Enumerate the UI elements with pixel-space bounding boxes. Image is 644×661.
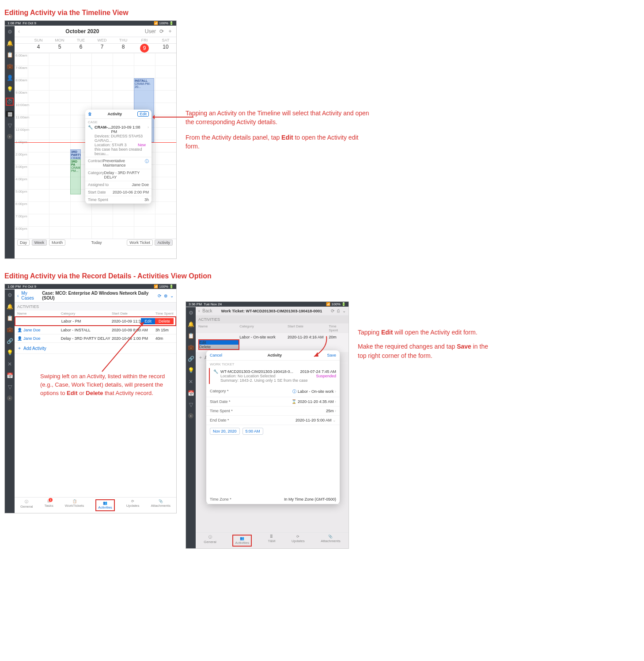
back-chevron-icon[interactable]: ‹ [198,308,200,313]
activity-row[interactable]: 👤Jane Doe Delay - 3RD PARTY DELAY 2020-1… [15,334,176,343]
filter-icon[interactable]: ▽ [7,122,13,129]
left-rail: ⚙ 🔔 📋 💼 👤 💡 ⏱ ▦ ▽ › [5,26,15,258]
activity-row-swiped[interactable]: Labor - PM 2020-10-09 11:30 AM 20m Edit … [15,316,176,326]
back-link[interactable]: My Cases [21,291,39,300]
case-row[interactable]: 🔧 CRAM-...2020-10-09 1:08 PM Devices: DU… [85,124,152,157]
day-9-selected[interactable]: 9 [140,44,149,53]
bulb-icon[interactable]: 💡 [7,86,13,92]
gear-icon[interactable]: ⚙ [7,292,13,298]
timeline-header: ‹ October 2020 User ⟳ ＋ [15,26,176,37]
form-row-startdate[interactable]: Start Date *⌛ 2020-11-20 4:35 AM › [206,397,340,406]
tab-activities[interactable]: 👥Activities [95,499,115,511]
svg-line-0 [102,322,144,372]
info-icon: ⓘ [25,499,28,504]
chip-time[interactable]: 5:00 AM [242,428,263,435]
form-row-timespent[interactable]: Time Spent *25m › [206,406,340,416]
tab-general[interactable]: ⓘGeneral [20,499,33,511]
left-rail: ⚙ 🔔 📋 💼 🔗 💡 ✕ 📅 ▽ › [186,307,196,548]
form-row-enddate[interactable]: End Date *2020-11-20 5:00 AM ⌄ [206,416,340,425]
tab-attachments[interactable]: 📎Attachments [321,535,340,547]
refresh-icon[interactable]: ⟳ [158,293,161,298]
tab-activities[interactable]: 👥Activities [232,535,252,547]
day-4[interactable]: 4 [28,44,49,53]
chevron-right-icon[interactable]: › [7,134,12,139]
form-row-timezone[interactable]: Time Zone *In My Time Zone (GMT-0500) [206,495,340,504]
grid-icon[interactable]: ▦ [6,111,14,117]
calendar-icon[interactable]: 📅 [7,372,13,379]
clipboard-icon[interactable]: 📋 [7,315,13,321]
info-icon[interactable]: ⓘ [145,159,149,167]
filter-icon[interactable]: ▽ [7,384,13,390]
calendar-icon[interactable]: 📅 [188,390,194,396]
tab-attachments[interactable]: 📎Attachments [151,499,170,511]
user-label: User [145,28,156,34]
back-chevron-icon[interactable]: ‹ [17,293,19,298]
view-week[interactable]: Week [32,239,47,246]
view-day[interactable]: Day [17,239,30,246]
statusbar: 1:08 PM Fri Oct 9 📶 100% 🔋 [5,284,176,289]
trash-icon[interactable]: 🗑 [88,112,92,116]
wt-summary-row[interactable]: 🔧 WT-MCD201303-CIM201303-190418-0...2019… [209,368,340,384]
camera-icon[interactable]: ⎙ [337,308,340,313]
heading-timeline: Editing Activity via the Timeline View [4,9,640,17]
link-icon[interactable]: 🔗 [7,338,13,344]
bell-icon[interactable]: 🔔 [7,40,13,46]
timeline-icon[interactable]: ⏱ [6,98,14,106]
edit-button[interactable]: Edit [137,111,149,117]
filter-activity[interactable]: Activity [155,239,173,246]
tab-worktickets[interactable]: 📋WorkTickets [65,499,84,511]
bulb-icon[interactable]: 💡 [7,349,13,356]
clipboard-icon[interactable]: 📋 [188,333,194,339]
back-link[interactable]: Back [202,308,212,313]
day-10[interactable]: 10 [155,44,176,53]
form-row-category[interactable]: Category *ⓘ Labor - On-site work › [206,387,340,397]
briefcase-icon[interactable]: 💼 [188,344,194,350]
chevron-down-icon[interactable]: ⌄ [342,308,346,313]
cancel-button[interactable]: Cancel [210,353,222,357]
day-8[interactable]: 8 [113,44,134,53]
gear-icon[interactable]: ⚙ [7,29,13,35]
event-3rdparty-1[interactable]: 3RD PARTY CRAM-PM-... [70,149,81,159]
chevron-left-icon[interactable]: ‹ [18,28,20,34]
user-icon[interactable]: 👤 [7,75,13,81]
tab-updates[interactable]: ⟳Updates [126,499,140,511]
chevron-right-icon[interactable]: › [188,413,193,418]
crossed-icon[interactable]: ✕ [188,379,194,385]
tab-tasks[interactable]: ☑1Tasks [44,499,53,511]
day-6[interactable]: 6 [70,44,91,53]
crossed-icon[interactable]: ✕ [7,361,13,367]
briefcase-icon[interactable]: 💼 [7,327,13,333]
swipe-edit-button[interactable]: Edit [199,340,239,345]
swipe-delete-button[interactable]: Delete [155,318,174,324]
add-activity-link[interactable]: ＋Add Activity [15,343,176,354]
refresh-icon[interactable]: ⟳ [159,28,164,34]
event-3rdparty-2[interactable]: 3RD PA CRAM-PM... [70,159,81,194]
nav-header: ‹ My Cases Case: MCO: Enterprise AD Wind… [15,289,176,303]
chevron-down-icon[interactable]: ⌄ [170,293,174,298]
bell-icon[interactable]: 🔔 [188,321,194,327]
briefcase-icon[interactable]: 💼 [7,63,13,69]
activity-row[interactable]: 👤Jane Doe Labor - INSTALL 2020-10-09 8:0… [15,326,176,334]
tab-general[interactable]: ⓘGeneral [204,535,216,547]
filter-wt[interactable]: Work Ticket [127,239,153,246]
add-icon[interactable]: ＋ [167,27,173,35]
view-month[interactable]: Month [49,239,65,246]
chevron-right-icon[interactable]: › [7,395,12,401]
today-button[interactable]: Today [91,240,102,245]
chip-date[interactable]: Nov 20, 2020 [210,428,240,435]
swipe-delete-button[interactable]: Delete [199,345,239,349]
day-5[interactable]: 5 [49,44,70,53]
day-7[interactable]: 7 [91,44,113,53]
filter-icon[interactable]: ▽ [188,402,194,408]
tab-updates[interactable]: ⟳Updates [292,535,305,547]
gear-icon[interactable]: ⚙ [188,310,194,316]
clipboard-icon[interactable]: 📋 [7,52,13,58]
annotation-timeline: Tapping an Activity on the Timeline will… [186,109,371,151]
bulb-icon[interactable]: 💡 [188,367,194,373]
globe-icon[interactable]: ⊕ [164,293,167,298]
link-icon[interactable]: 🔗 [188,356,194,362]
refresh-icon[interactable]: ⟳ [331,308,334,313]
tab-tm[interactable]: ≣T&M [268,535,275,547]
chevron-right-icon: › [335,399,336,404]
bell-icon[interactable]: 🔔 [7,304,13,310]
